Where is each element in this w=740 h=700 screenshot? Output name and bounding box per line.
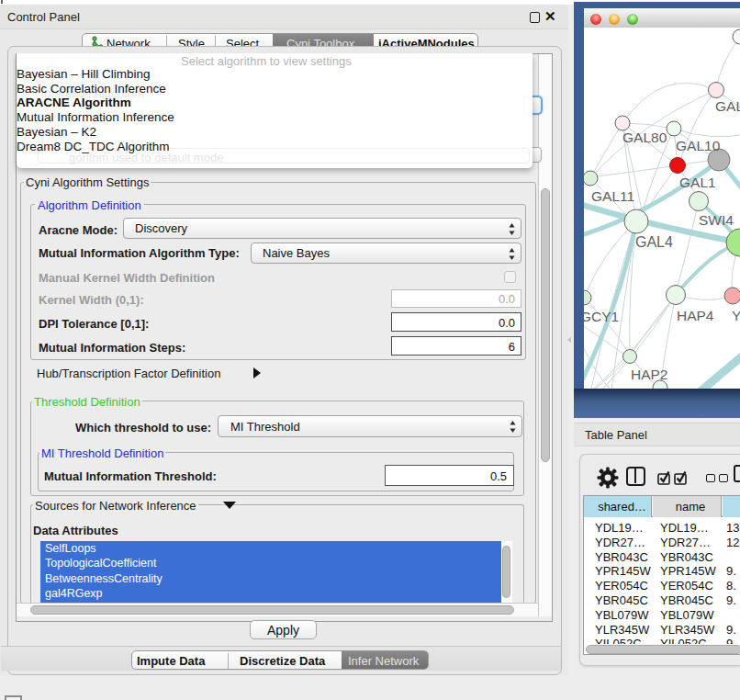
svg-text:Y: Y xyxy=(732,308,740,323)
svg-text:GCY1: GCY1 xyxy=(584,309,619,324)
svg-text:GAL10: GAL10 xyxy=(676,138,721,153)
svg-text:SWI4: SWI4 xyxy=(699,212,734,228)
svg-text:GAL80: GAL80 xyxy=(622,130,667,145)
svg-text:GAL: GAL xyxy=(715,98,740,114)
svg-text:GAL4: GAL4 xyxy=(635,234,673,250)
svg-text:GAL1: GAL1 xyxy=(679,175,716,190)
svg-text:GAL11: GAL11 xyxy=(591,188,634,204)
svg-text:HAP2: HAP2 xyxy=(631,367,668,382)
svg-text:HAP4: HAP4 xyxy=(677,308,714,323)
